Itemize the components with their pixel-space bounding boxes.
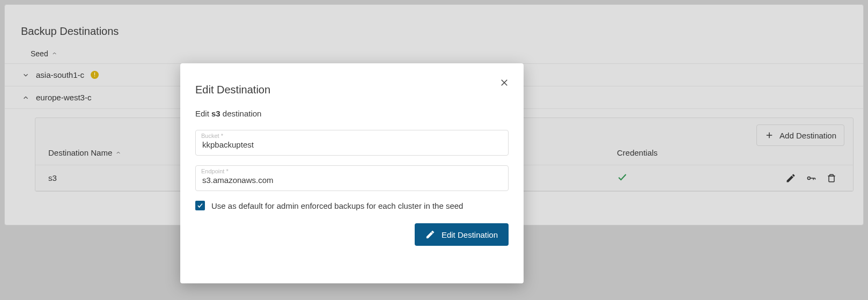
bucket-input[interactable] bbox=[202, 140, 502, 149]
page-title: Backup Destinations bbox=[5, 24, 863, 45]
chevron-up-icon bbox=[52, 49, 57, 58]
close-icon bbox=[499, 78, 509, 87]
seed-name: europe-west3-c bbox=[36, 93, 91, 102]
default-checkbox[interactable] bbox=[195, 201, 205, 210]
modal-actions: Edit Destination bbox=[195, 223, 509, 246]
chevron-down-icon bbox=[22, 71, 30, 79]
close-button[interactable] bbox=[495, 73, 514, 92]
seed-header-label: Seed bbox=[31, 49, 48, 58]
bucket-label: Bucket * bbox=[201, 133, 223, 139]
default-checkbox-label: Use as default for admin enforced backup… bbox=[211, 201, 463, 210]
add-destination-button[interactable]: Add Destination bbox=[756, 125, 844, 146]
edit-destination-button[interactable]: Edit Destination bbox=[415, 223, 509, 246]
column-header-credentials[interactable]: Credentials bbox=[617, 148, 751, 157]
bucket-field[interactable]: Bucket * bbox=[195, 130, 509, 156]
modal-title: Edit Destination bbox=[195, 84, 509, 96]
subtitle-target: s3 bbox=[211, 109, 220, 118]
default-checkbox-row: Use as default for admin enforced backup… bbox=[195, 201, 509, 210]
modal-subtitle: Edit s3 destination bbox=[195, 109, 509, 118]
plus-icon bbox=[764, 130, 774, 140]
credentials-cell bbox=[617, 172, 751, 184]
row-actions bbox=[751, 173, 840, 184]
check-icon bbox=[197, 202, 203, 209]
credentials-icon[interactable] bbox=[806, 173, 816, 184]
subtitle-prefix: Edit bbox=[195, 109, 211, 118]
edit-destination-modal: Edit Destination Edit s3 destination Buc… bbox=[180, 63, 524, 283]
warning-icon: ! bbox=[91, 71, 99, 79]
column-name-label: Destination Name bbox=[48, 148, 112, 157]
endpoint-label: Endpoint * bbox=[201, 168, 229, 174]
seed-column-header[interactable]: Seed bbox=[5, 45, 863, 64]
add-destination-label: Add Destination bbox=[779, 131, 836, 140]
svg-rect-6 bbox=[829, 175, 834, 181]
check-icon bbox=[617, 172, 628, 182]
edit-destination-button-label: Edit Destination bbox=[442, 230, 498, 239]
delete-icon[interactable] bbox=[826, 173, 837, 184]
subtitle-suffix: destination bbox=[220, 109, 262, 118]
chevron-up-icon bbox=[22, 94, 30, 101]
svg-point-2 bbox=[807, 177, 810, 179]
seed-name: asia-south1-c bbox=[36, 70, 84, 79]
endpoint-field[interactable]: Endpoint * bbox=[195, 165, 509, 191]
edit-icon[interactable] bbox=[785, 173, 796, 184]
endpoint-input[interactable] bbox=[202, 175, 502, 185]
chevron-up-icon bbox=[115, 148, 121, 157]
edit-icon bbox=[425, 230, 435, 239]
